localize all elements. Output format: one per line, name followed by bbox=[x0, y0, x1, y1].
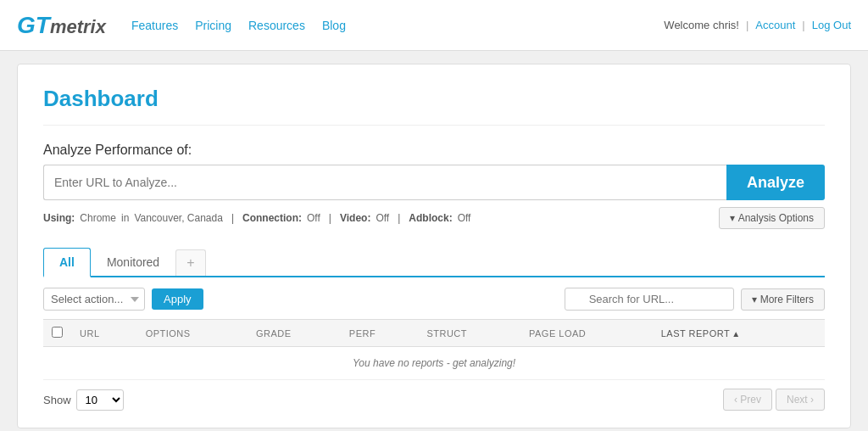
more-filters-label: More Filters bbox=[760, 294, 814, 305]
pipe-3: | bbox=[398, 212, 400, 224]
controls-row: Select action... Delete Export Apply 🔍 M… bbox=[43, 288, 825, 311]
analysis-options-label: Analysis Options bbox=[738, 212, 814, 224]
th-options: OPTIONS bbox=[137, 320, 248, 347]
header: GTmetrix Features Pricing Resources Blog… bbox=[0, 0, 868, 51]
show-select[interactable]: 10 25 50 100 bbox=[76, 389, 124, 411]
video-label: Video: bbox=[340, 212, 370, 224]
table-header: URL OPTIONS GRADE PERF STRUCT PAGE LOAD … bbox=[43, 320, 825, 347]
account-link[interactable]: Account bbox=[755, 19, 795, 31]
adblock-label: Adblock: bbox=[409, 212, 452, 224]
using-value: Chrome bbox=[80, 212, 116, 224]
show-row: Show 10 25 50 100 bbox=[43, 389, 124, 411]
th-grade: GRADE bbox=[248, 320, 341, 347]
table-header-row: URL OPTIONS GRADE PERF STRUCT PAGE LOAD … bbox=[43, 320, 825, 347]
nav-blog[interactable]: Blog bbox=[322, 19, 346, 32]
left-controls: Select action... Delete Export Apply bbox=[43, 288, 203, 311]
chevron-down-icon bbox=[752, 294, 757, 305]
using-label: Using: bbox=[43, 212, 75, 224]
main-nav: Features Pricing Resources Blog bbox=[131, 19, 664, 32]
welcome-text: Welcome chris! bbox=[664, 19, 739, 31]
next-button[interactable]: Next › bbox=[776, 389, 825, 411]
pagination: ‹ Prev Next › bbox=[723, 389, 825, 411]
action-select[interactable]: Select action... Delete Export bbox=[43, 288, 145, 311]
adblock-value: Off bbox=[458, 212, 471, 224]
th-struct: STRUCT bbox=[418, 320, 520, 347]
tab-add[interactable]: + bbox=[175, 249, 205, 276]
analyze-button[interactable]: Analyze bbox=[726, 165, 825, 200]
dashboard-title: Dashboard bbox=[43, 86, 825, 126]
tabs-bar: All Monitored + bbox=[43, 248, 825, 277]
pipe-2: | bbox=[329, 212, 331, 224]
connection-value: Off bbox=[307, 212, 320, 224]
separator-2: | bbox=[802, 19, 804, 31]
sort-arrow-icon: ▲ bbox=[732, 329, 740, 339]
th-perf: PERF bbox=[341, 320, 419, 347]
analyze-section: Analyze Performance of: Analyze Using: C… bbox=[43, 143, 825, 229]
table-footer: Show 10 25 50 100 ‹ Prev Next › bbox=[43, 389, 825, 411]
settings-info: Using: Chrome in Vancouver, Canada | Con… bbox=[43, 212, 470, 224]
url-input[interactable] bbox=[43, 165, 726, 200]
tabs-section: All Monitored + Select action... Delete … bbox=[43, 248, 825, 411]
nav-pricing[interactable]: Pricing bbox=[195, 19, 231, 32]
separator-1: | bbox=[746, 19, 748, 31]
dashboard-card: Dashboard Analyze Performance of: Analyz… bbox=[17, 64, 851, 428]
connection-label: Connection: bbox=[242, 212, 302, 224]
more-filters-button[interactable]: More Filters bbox=[741, 288, 825, 311]
th-url: URL bbox=[71, 320, 137, 347]
video-value: Off bbox=[376, 212, 389, 224]
right-controls: 🔍 More Filters bbox=[565, 288, 825, 311]
empty-row: You have no reports - get analyzing! bbox=[43, 347, 825, 380]
tab-all[interactable]: All bbox=[43, 248, 91, 277]
search-wrapper: 🔍 bbox=[565, 288, 734, 311]
logout-link[interactable]: Log Out bbox=[812, 19, 851, 31]
pipe-1: | bbox=[231, 212, 234, 224]
prev-button[interactable]: ‹ Prev bbox=[723, 389, 772, 411]
show-label: Show bbox=[43, 394, 71, 406]
select-all-checkbox[interactable] bbox=[52, 327, 63, 338]
table-body: You have no reports - get analyzing! bbox=[43, 347, 825, 380]
logo-metrix: metrix bbox=[50, 16, 106, 38]
apply-button[interactable]: Apply bbox=[152, 288, 203, 310]
logo-gt: GT bbox=[17, 12, 50, 39]
header-right: Welcome chris! | Account | Log Out bbox=[664, 19, 851, 31]
in-text: in bbox=[121, 212, 129, 224]
search-url-input[interactable] bbox=[565, 288, 734, 311]
analyze-label: Analyze Performance of: bbox=[43, 143, 825, 158]
chevron-down-icon bbox=[730, 212, 735, 224]
location-value: Vancouver, Canada bbox=[134, 212, 223, 224]
tab-monitored[interactable]: Monitored bbox=[91, 248, 175, 276]
th-checkbox bbox=[43, 320, 71, 347]
main-wrapper: Dashboard Analyze Performance of: Analyz… bbox=[0, 51, 868, 431]
th-last-report[interactable]: LAST REPORT▲ bbox=[653, 320, 825, 347]
analyze-row: Analyze bbox=[43, 165, 825, 200]
reports-table: URL OPTIONS GRADE PERF STRUCT PAGE LOAD … bbox=[43, 319, 825, 380]
th-page-load: PAGE LOAD bbox=[520, 320, 653, 347]
analysis-options-button[interactable]: Analysis Options bbox=[719, 207, 825, 229]
empty-message: You have no reports - get analyzing! bbox=[43, 347, 825, 380]
settings-row: Using: Chrome in Vancouver, Canada | Con… bbox=[43, 207, 825, 229]
nav-resources[interactable]: Resources bbox=[248, 19, 305, 32]
logo: GTmetrix bbox=[17, 12, 106, 39]
nav-features[interactable]: Features bbox=[131, 19, 178, 32]
